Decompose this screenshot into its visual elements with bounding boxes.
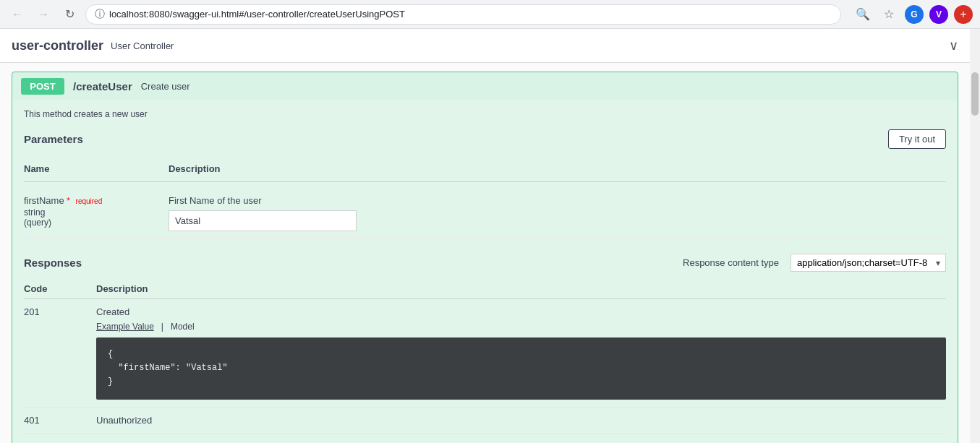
response-desc-401: Unauthorized [96,415,946,426]
param-location: (query) [24,218,157,228]
params-table-header: Name Description [24,156,946,182]
content-type-label: Response content type [683,257,779,268]
controller-name: user-controller [12,38,103,53]
firstname-input[interactable] [169,210,357,231]
responses-title: Responses [24,257,82,269]
avatar-v[interactable]: V [929,5,948,24]
info-icon: ⓘ [95,8,105,21]
example-links: Example Value | Model [96,322,946,332]
response-code-403: 403 [24,441,96,443]
scrollbar-track [970,29,980,443]
method-badge: POST [21,78,64,95]
link-divider: | [161,322,163,332]
response-row-403: 403 Forbidden [24,434,946,443]
scrollbar-thumb[interactable] [971,72,979,116]
response-code-201: 201 [24,306,96,317]
parameters-section-header: Parameters Try it out [24,129,946,149]
controller-title: user-controller User Controller [12,38,174,53]
reload-button[interactable]: ↻ [59,4,80,25]
chevron-down-icon[interactable]: ∨ [949,38,958,53]
response-row-401: 401 Unauthorized [24,408,946,434]
browser-chrome: ← → ↻ ⓘ localhost:8080/swagger-ui.html#/… [0,0,980,29]
response-code-header: Code [24,283,96,294]
avatar-g[interactable]: G [905,5,924,24]
param-desc-cell: First Name of the user [169,195,946,231]
endpoint-block: POST /createUser Create user This method… [12,72,958,443]
search-button[interactable]: 🔍 [853,4,873,25]
param-name-cell: firstName * required string (query) [24,195,169,231]
url-text: localhost:8080/swagger-ui.html#/user-con… [109,9,405,20]
content-type-select-wrapper: application/json;charset=UTF-8 [785,254,946,272]
params-description-header: Description [169,160,946,177]
browser-toolbar: 🔍 ☆ G V + [853,4,973,25]
content-area: user-controller User Controller ∨ POST /… [0,29,970,443]
param-type: string [24,207,157,218]
page-wrapper: user-controller User Controller ∨ POST /… [0,29,980,443]
controller-description: User Controller [111,40,174,51]
content-type-select[interactable]: application/json;charset=UTF-8 [791,254,946,272]
responses-section: Responses Response content type applicat… [24,254,946,443]
responses-table-header: Code Description [24,279,946,299]
responses-header: Responses Response content type applicat… [24,254,946,272]
endpoint-header[interactable]: POST /createUser Create user [12,72,958,100]
example-value-link[interactable]: Example Value [96,322,154,332]
bookmark-button[interactable]: ☆ [879,4,899,25]
code-block-201: { "firstName": "Vatsal" } [96,337,946,400]
parameters-title: Parameters [24,133,83,145]
response-row-201: 201 Created Example Value | Model { "fir… [24,299,946,408]
required-star: * [67,196,70,206]
param-name: firstName [24,195,64,206]
endpoint-summary: Create user [141,81,190,92]
param-name-line: firstName * required [24,195,157,206]
response-desc-201: Created Example Value | Model { "firstNa… [96,306,946,400]
content-type-wrapper: Response content type application/json;c… [683,254,946,272]
params-name-header: Name [24,160,169,177]
model-link[interactable]: Model [171,322,195,332]
avatar-add[interactable]: + [954,5,973,24]
required-label: required [76,197,103,205]
response-desc-403: Forbidden [96,441,946,443]
param-description: First Name of the user [169,195,946,206]
forward-button[interactable]: → [33,4,54,25]
response-desc-title-201: Created [96,306,946,317]
address-bar: ⓘ localhost:8080/swagger-ui.html#/user-c… [85,4,841,25]
endpoint-description: This method creates a new user [24,109,946,119]
endpoint-body: This method creates a new user Parameter… [12,100,958,443]
response-code-401: 401 [24,415,96,426]
response-description-header: Description [96,283,946,294]
controller-header: user-controller User Controller ∨ [0,29,970,63]
endpoint-path: /createUser [73,80,132,93]
try-it-out-button[interactable]: Try it out [888,129,946,149]
back-button[interactable]: ← [7,4,27,25]
param-row: firstName * required string (query) Firs… [24,188,946,239]
